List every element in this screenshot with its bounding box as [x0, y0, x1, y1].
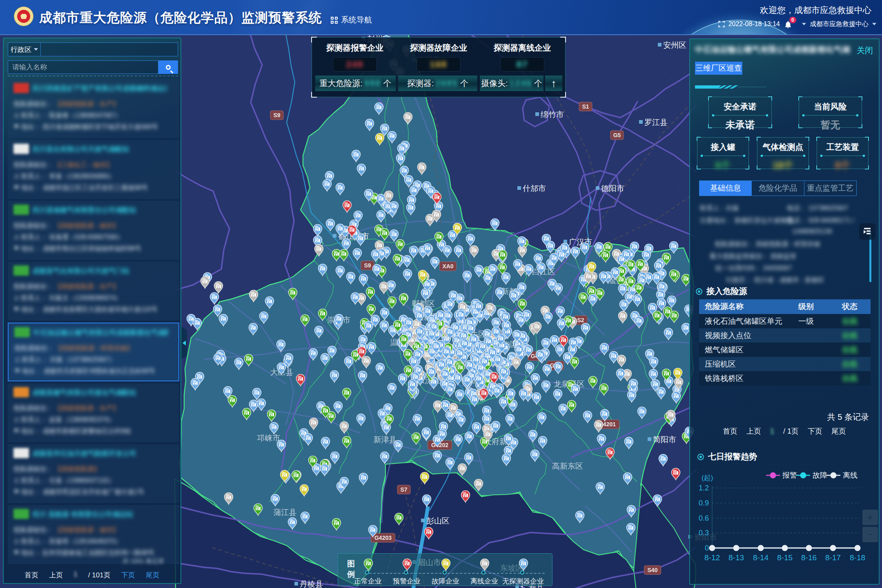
svg-text:新津县: 新津县: [374, 435, 397, 444]
svg-text:0: 0: [705, 544, 709, 552]
svg-text:S1: S1: [582, 103, 589, 110]
svg-text:彭山区: 彭山区: [426, 517, 450, 525]
svg-text:8-15: 8-15: [777, 553, 793, 562]
svg-text:XA0: XA0: [442, 263, 453, 270]
svg-text:S7: S7: [400, 486, 407, 493]
svg-text:8-13: 8-13: [728, 553, 744, 562]
svg-text:S2: S2: [577, 317, 584, 323]
svg-text:安州区: 安州区: [663, 41, 686, 49]
svg-text:报警: 报警: [782, 471, 797, 479]
svg-text:0.3: 0.3: [699, 529, 709, 537]
svg-text:S9: S9: [273, 112, 280, 118]
svg-text:G4203: G4203: [374, 535, 392, 541]
svg-text:(起): (起): [702, 474, 713, 482]
svg-text:1.2: 1.2: [699, 484, 709, 492]
svg-text:邛崃市: 邛崃市: [257, 434, 281, 442]
svg-text:8-17: 8-17: [825, 553, 841, 562]
svg-text:蒲江县: 蒲江县: [274, 508, 297, 517]
svg-text:S9: S9: [364, 262, 371, 269]
svg-text:0.6: 0.6: [699, 514, 709, 522]
svg-text:绵竹市: 绵竹市: [541, 110, 564, 119]
svg-text:8-16: 8-16: [801, 553, 817, 562]
svg-text:简阳市: 简阳市: [653, 435, 676, 444]
svg-text:高新东区: 高新东区: [552, 462, 583, 470]
svg-text:德阳市: 德阳市: [601, 184, 624, 193]
svg-text:离线: 离线: [843, 471, 858, 479]
svg-text:G5: G5: [613, 132, 621, 138]
svg-text:8-12: 8-12: [704, 553, 720, 562]
svg-text:0.9: 0.9: [699, 499, 709, 507]
svg-text:8-14: 8-14: [753, 553, 768, 562]
svg-text:什邡市: 什邡市: [522, 184, 546, 193]
svg-text:丹棱县: 丹棱县: [300, 580, 323, 588]
svg-text:故障: 故障: [813, 471, 827, 479]
svg-text:8-18: 8-18: [850, 553, 865, 562]
svg-text:S40: S40: [648, 567, 658, 573]
svg-text:罗江县: 罗江县: [644, 118, 668, 127]
